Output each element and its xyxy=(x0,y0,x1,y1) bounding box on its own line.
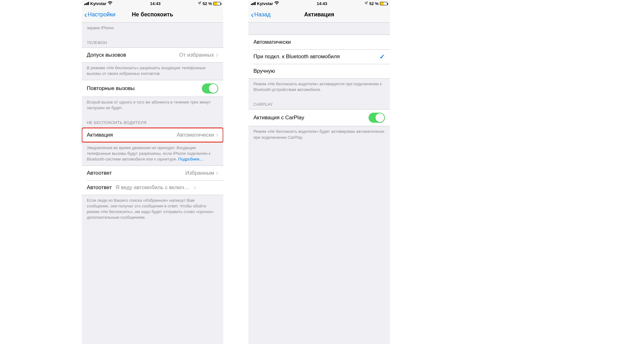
section-header-phone: ТЕЛЕФОН xyxy=(82,34,223,48)
settings-content[interactable]: Автоматически При подкл. к Bluetooth авт… xyxy=(248,23,390,344)
allow-calls-value: От избранных xyxy=(179,52,214,58)
chevron-right-icon: › xyxy=(216,132,218,138)
allow-calls-label: Допуск вызовов xyxy=(87,52,179,58)
back-label: Настройки xyxy=(88,11,115,18)
autoreply-msg-label: Автоответ xyxy=(87,184,112,191)
signal-icon xyxy=(84,2,89,5)
autoreply-to-value: Избранным xyxy=(186,170,214,176)
chevron-left-icon: ‹ xyxy=(251,11,254,19)
chevron-right-icon: › xyxy=(194,184,196,191)
option-bluetooth[interactable]: При подкл. к Bluetooth автомобиля ✓ xyxy=(248,49,390,64)
checkmark-icon: ✓ xyxy=(380,53,385,60)
carrier-label: Kyivstar xyxy=(257,1,273,6)
carrier-label: Kyivstar xyxy=(90,1,106,6)
carplay-label: Активация с CarPlay xyxy=(253,115,369,121)
partial-footer: экране iPhone. xyxy=(82,23,223,34)
repeated-calls-cell: Повторные вызовы xyxy=(82,80,223,97)
autoreply-to-cell[interactable]: Автоответ Избранным › xyxy=(82,166,223,180)
chevron-left-icon: ‹ xyxy=(84,11,87,19)
activation-cell[interactable]: Активация Автоматически › xyxy=(82,128,223,142)
section-header-carplay: CARPLAY xyxy=(248,96,390,109)
allow-calls-cell[interactable]: Допуск вызовов От избранных › xyxy=(82,48,223,62)
repeated-calls-label: Повторные вызовы xyxy=(87,85,202,92)
battery-icon xyxy=(213,2,221,5)
battery-percent: 52 % xyxy=(369,1,379,6)
status-bar: Kyivstar 14:43 52 % xyxy=(82,0,223,7)
chevron-right-icon: › xyxy=(216,170,218,177)
settings-content[interactable]: экране iPhone. ТЕЛЕФОН Допуск вызовов От… xyxy=(82,23,223,344)
repeated-calls-footer: Второй вызов от одного и того же абонент… xyxy=(82,97,223,114)
autoreply-msg-cell[interactable]: Автоответ Я веду автомобиль с включенной… xyxy=(82,180,223,195)
back-button[interactable]: ‹ Назад xyxy=(251,11,270,19)
autoreply-footer: Если люди из Вашего списка «Избранное» н… xyxy=(82,195,223,224)
repeated-calls-toggle[interactable] xyxy=(202,83,218,93)
section-header-driver: НЕ БЕСПОКОИТЬ ВОДИТЕЛЯ xyxy=(82,114,223,127)
location-icon xyxy=(364,1,368,6)
battery-icon xyxy=(380,2,387,5)
learn-more-link[interactable]: Подробнее… xyxy=(178,157,203,161)
carplay-footer: Режим «Не беспокоить водителя» будет акт… xyxy=(248,126,390,143)
screen-activation: Kyivstar 14:43 52 % ‹ Назад Активация Ав… xyxy=(248,0,390,344)
autoreply-msg-value: Я веду автомобиль с включенной… xyxy=(115,184,192,191)
status-time: 14:43 xyxy=(317,1,327,6)
option-automatic[interactable]: Автоматически xyxy=(248,35,390,49)
status-time: 14:43 xyxy=(150,1,160,6)
nav-bar: ‹ Настройки Не беспокоить xyxy=(82,7,223,23)
carplay-cell: Активация с CarPlay xyxy=(248,110,390,126)
chevron-right-icon: › xyxy=(216,52,218,59)
carplay-toggle[interactable] xyxy=(369,113,385,123)
nav-bar: ‹ Назад Активация xyxy=(248,7,390,23)
activation-label: Активация xyxy=(87,132,177,138)
wifi-icon xyxy=(274,1,279,6)
status-bar: Kyivstar 14:43 52 % xyxy=(248,0,390,7)
autoreply-to-label: Автоответ xyxy=(87,170,186,176)
options-footer: Режим «Не беспокоить водителя» активируе… xyxy=(248,79,390,96)
screen-do-not-disturb: Kyivstar 14:43 52 % ‹ Настройки Не беспо… xyxy=(82,0,223,344)
back-button[interactable]: ‹ Настройки xyxy=(84,11,115,19)
location-icon xyxy=(198,1,201,6)
option-manual[interactable]: Вручную xyxy=(248,64,390,78)
signal-icon xyxy=(251,2,256,5)
back-label: Назад xyxy=(254,11,271,18)
allow-calls-footer: В режиме «Не беспокоить» разрешить входя… xyxy=(82,63,223,80)
activation-footer: Уведомления во время движения не приходя… xyxy=(82,143,223,166)
wifi-icon xyxy=(108,1,113,6)
activation-value: Автоматически xyxy=(177,132,214,138)
battery-percent: 52 % xyxy=(203,1,212,6)
